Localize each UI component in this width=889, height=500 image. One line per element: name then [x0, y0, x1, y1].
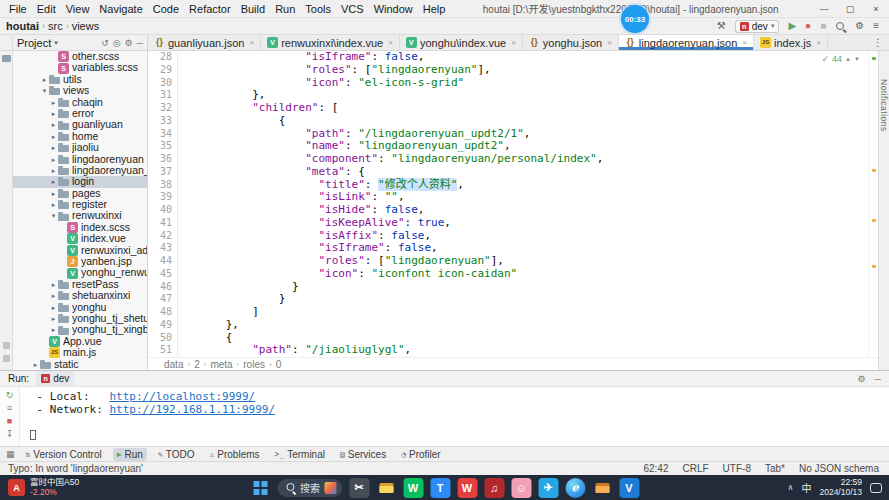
taskbar-clock[interactable]: 22:59 2024/10/13	[819, 478, 862, 497]
tree-item-chaqin[interactable]: ▸chaqin	[13, 97, 147, 108]
status-62-42[interactable]: 62:42	[643, 463, 668, 474]
status-no-json-schema[interactable]: No JSON schema	[799, 463, 879, 474]
breadcrumb-data[interactable]: data	[164, 359, 183, 370]
tree-chevron-icon[interactable]: ▸	[49, 313, 58, 324]
tree-chevron-icon[interactable]: ▸	[49, 165, 58, 176]
status-utf-8[interactable]: UTF-8	[723, 463, 751, 474]
menu-vcs[interactable]: VCS	[336, 3, 369, 15]
close-button[interactable]: ×	[863, 4, 889, 14]
taskbar-app-edge[interactable]: e	[565, 478, 585, 498]
tree-chevron-icon[interactable]: ▸	[49, 290, 58, 301]
tree-chevron-icon[interactable]: ▾	[40, 85, 49, 96]
breadcrumb-2[interactable]: 2	[194, 359, 200, 370]
search-icon[interactable]	[835, 21, 846, 32]
tree-item-home[interactable]: ▸home	[13, 131, 147, 142]
chevron-down-icon[interactable]: ▾	[54, 39, 58, 47]
locate-file-icon[interactable]: ◎	[113, 38, 121, 48]
project-panel-header[interactable]: Project ▾ ↺◎⚙─	[13, 35, 148, 50]
editor-tab-yonghu-index-vue[interactable]: Vyonghu\index.vue×	[400, 35, 523, 50]
tab-close-icon[interactable]: ×	[511, 38, 516, 47]
build-icon[interactable]: ⚒	[717, 21, 726, 31]
tree-chevron-icon[interactable]: ▸	[49, 119, 58, 130]
toolwindow-services[interactable]: ▤Services	[336, 448, 390, 461]
console-link[interactable]: http://192.168.1.11:9999/	[109, 403, 275, 416]
tree-chevron-icon[interactable]: ▸	[49, 188, 58, 199]
editor-tab-index-js[interactable]: JSindex.js×	[754, 35, 828, 50]
tree-item-yonghu-renwuxinxi[interactable]: Vyonghu_renwuxinxi...	[13, 267, 147, 278]
tree-item-index-scss[interactable]: Sindex.scss	[13, 222, 147, 233]
editor-tab-yonghu-json[interactable]: {}yonghu.json×	[523, 35, 619, 50]
tree-item-lingdaorenyuan[interactable]: ▸lingdaorenyuan	[13, 154, 147, 165]
editor-code[interactable]: "isIframe": false, "roles": ["lingdaoren…	[178, 51, 868, 357]
taskbar-app-folder-app[interactable]	[592, 478, 612, 498]
editor-tab-lingdaorenyuan-json[interactable]: {}lingdaorenyuan.json×	[619, 35, 754, 50]
editor-scrollbar[interactable]	[868, 51, 878, 357]
tree-chevron-icon[interactable]: ▸	[31, 359, 40, 370]
editor-tab-guanliyuan-json[interactable]: {}guanliyuan.json×	[148, 35, 261, 50]
maximize-button[interactable]: ▢	[837, 4, 863, 14]
taskbar-widget[interactable]: A 富时中国A50 -2.20%	[0, 475, 87, 500]
tree-chevron-icon[interactable]: ▸	[49, 154, 58, 165]
taskbar-app-wps[interactable]: W	[457, 478, 477, 498]
taskbar-app-docs-app[interactable]: T	[430, 478, 450, 498]
navbar-item-houtai[interactable]: houtai	[6, 20, 39, 32]
taskbar-app-media-app[interactable]: ✂	[349, 478, 369, 498]
tree-item-guanliyuan[interactable]: ▸guanliyuan	[13, 119, 147, 130]
tree-item-resetpass[interactable]: ▸resetPass	[13, 279, 147, 290]
tree-chevron-icon[interactable]: ▸	[49, 324, 58, 335]
taskbar-app-telegram[interactable]: ✈	[538, 478, 558, 498]
menu-refactor[interactable]: Refactor	[184, 3, 236, 15]
toolwindow-run[interactable]: ▶Run	[113, 448, 147, 461]
taskbar-search[interactable]: 搜索	[277, 479, 342, 497]
tree-item-lingdaorenyuan-tj-xing[interactable]: ▸lingdaorenyuan_tj_xing...	[13, 165, 147, 176]
scroll-to-end-icon[interactable]: ↧	[6, 429, 14, 439]
tree-item-renwuxinxi[interactable]: ▾renwuxinxi	[13, 210, 147, 221]
menu-navigate[interactable]: Navigate	[94, 3, 147, 15]
tree-item-pages[interactable]: ▸pages	[13, 188, 147, 199]
next-problem-icon[interactable]: ▼	[854, 56, 860, 62]
ime-indicator[interactable]: 中	[801, 480, 811, 495]
tree-item-error[interactable]: ▸error	[13, 108, 147, 119]
tab-options-icon[interactable]: ⋮	[867, 37, 889, 48]
stop-icon[interactable]: ■	[820, 21, 826, 31]
tree-item-views[interactable]: ▾views	[13, 85, 147, 96]
tree-chevron-icon[interactable]: ▸	[49, 302, 58, 313]
run-tab-dev[interactable]: n dev	[36, 371, 74, 386]
settings-icon[interactable]: ⚙	[855, 21, 864, 31]
tree-item-app-vue[interactable]: VApp.vue	[13, 336, 147, 347]
taskbar-app-code-app[interactable]: V	[619, 478, 639, 498]
navbar-item-src[interactable]: src	[48, 20, 63, 32]
soft-wrap-icon[interactable]: ≡	[7, 403, 12, 413]
inspections-widget[interactable]: ✓ 44 ▲ ▼	[820, 54, 862, 64]
breadcrumb-0[interactable]: 0	[276, 359, 282, 370]
structure-stripe-icon[interactable]	[3, 342, 10, 349]
project-stripe-icon[interactable]	[2, 55, 11, 62]
tree-item-register[interactable]: ▸register	[13, 199, 147, 210]
menu-more-icon[interactable]: ≡	[873, 21, 879, 31]
tree-chevron-icon[interactable]: ▸	[49, 142, 58, 153]
tab-close-icon[interactable]: ×	[388, 38, 393, 47]
tree-chevron-icon[interactable]: ▸	[49, 97, 58, 108]
tree-item-other-scss[interactable]: Sother.scss	[13, 51, 147, 62]
tray-expand-icon[interactable]: ∧	[788, 483, 794, 492]
editor-area[interactable]: 2829303132333435363738394041424344454647…	[148, 51, 878, 370]
tree-chevron-icon[interactable]: ▸	[40, 74, 49, 85]
menu-window[interactable]: Window	[369, 3, 418, 15]
taskbar-app-contacts-app[interactable]: ☺	[511, 478, 531, 498]
minimize-button[interactable]: —	[811, 4, 837, 14]
tab-close-icon[interactable]: ×	[607, 38, 612, 47]
status-crlf[interactable]: CRLF	[682, 463, 708, 474]
project-panel[interactable]: Sother.scss Svariables.scss▸utils▾views▸…	[13, 51, 148, 370]
favorites-stripe-icon[interactable]	[3, 355, 10, 362]
hide-run-panel-icon[interactable]: ─	[875, 374, 881, 384]
tab-close-icon[interactable]: ×	[249, 38, 254, 47]
notifications-stripe-button[interactable]: Notifications	[879, 79, 889, 370]
tree-item-yonghu[interactable]: ▸yonghu	[13, 302, 147, 313]
tree-item-variables-scss[interactable]: Svariables.scss	[13, 62, 147, 73]
refresh-icon[interactable]: ↺	[101, 38, 109, 48]
tree-chevron-icon[interactable]: ▸	[49, 108, 58, 119]
taskbar-app-music-app[interactable]: ♫	[484, 478, 504, 498]
menu-file[interactable]: File	[4, 3, 32, 15]
editor-tab-renwuxinxi-index-vue[interactable]: Vrenwuxinxi\index.vue×	[261, 35, 400, 50]
toolwindow-todo[interactable]: ✎TODO	[154, 448, 199, 461]
